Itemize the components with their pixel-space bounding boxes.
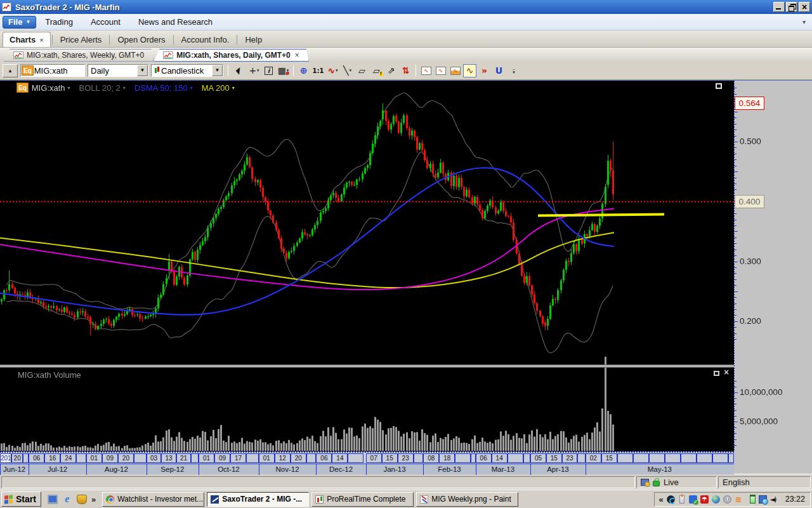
period-dropdown[interactable]: Daily ▼ xyxy=(88,64,148,77)
dropdown-arrow-icon[interactable]: ▼ xyxy=(137,65,148,76)
tab-help[interactable]: Help xyxy=(239,32,268,47)
collapse-toolbar-button[interactable]: ▲ xyxy=(3,64,18,77)
doc-tab-daily[interactable]: MIG:xath, Shares, Daily, GMT+0 × xyxy=(154,49,309,62)
minimize-button[interactable] xyxy=(773,2,785,12)
tray-expand-icon[interactable]: « xyxy=(658,495,663,504)
tab-separator xyxy=(109,35,110,44)
menu-collapse-icon[interactable]: ▾ xyxy=(802,18,809,25)
close-volume-panel-icon[interactable]: × xyxy=(724,367,729,377)
day-tick-cell: 20 xyxy=(118,453,134,463)
connection-panel: Live xyxy=(636,476,717,488)
chevron-down-icon[interactable]: ▾ xyxy=(123,85,126,91)
chevron-down-icon[interactable]: ▾ xyxy=(232,85,235,91)
taskbar-item-paint[interactable]: MIG Weekly.png - Paint xyxy=(416,492,518,507)
security-shield-icon[interactable] xyxy=(77,495,87,504)
indicator-panel-tool[interactable]: ∿ xyxy=(463,64,476,77)
speaker-icon[interactable]: ◄) xyxy=(770,495,781,504)
month-label: Jun-12 xyxy=(0,464,28,475)
start-button[interactable]: Start xyxy=(1,491,41,507)
month-label: Oct-12 xyxy=(199,464,258,475)
tab-open-orders[interactable]: Open Orders xyxy=(111,32,171,47)
chart-thumbnail-icon xyxy=(163,51,173,59)
restore-button[interactable] xyxy=(786,2,797,12)
legend-item-dsma[interactable]: DSMA 50; 150▾ xyxy=(134,83,193,93)
zoom-in-tool[interactable]: ⊕ xyxy=(297,64,310,77)
magnet-tool[interactable]: U xyxy=(492,64,506,77)
volume-panel-title: MIG:xath Volume xyxy=(18,370,81,380)
legend-item-symbol[interactable]: MIG:xath▾ xyxy=(32,83,70,93)
tab-price-alerts[interactable]: Price Alerts xyxy=(54,32,108,47)
dropdown-arrow-icon[interactable]: ▼ xyxy=(212,65,223,76)
crosshair-tool[interactable]: +▾ xyxy=(247,64,261,77)
taskbar: Start e » Watchlist - Investor met... Sa… xyxy=(0,490,812,508)
maximize-volume-panel-icon[interactable] xyxy=(714,371,719,376)
language-panel: English xyxy=(718,476,811,488)
menu-item-trading[interactable]: Trading xyxy=(36,17,82,27)
lamp-tray-icon[interactable] xyxy=(679,495,684,504)
legend-item-ma200[interactable]: MA 200▾ xyxy=(202,83,235,93)
tab-close-icon[interactable]: × xyxy=(39,36,43,44)
price-alerts-tool[interactable]: » xyxy=(478,64,491,77)
cursor-tool[interactable]: ◤ xyxy=(233,64,246,77)
battery-icon[interactable] xyxy=(750,495,756,504)
volume-axis-label: 10,000,000 xyxy=(740,387,783,397)
tab-account-info[interactable]: Account Info. xyxy=(175,32,236,47)
delete-drawings-tool[interactable]: ▱! xyxy=(370,64,383,77)
panel-divider[interactable] xyxy=(0,364,734,368)
power-tray-icon[interactable] xyxy=(723,495,731,504)
globe-tray-icon[interactable] xyxy=(712,495,720,504)
show-desktop-icon[interactable] xyxy=(48,495,58,504)
chevron-down-icon[interactable]: ▾ xyxy=(190,85,193,91)
file-menu-button[interactable]: File ▼ xyxy=(3,16,36,29)
taskbar-item-label: ProRealTime Complete xyxy=(327,495,405,504)
menu-item-account[interactable]: Account xyxy=(82,17,129,27)
paste-chart-window-tool[interactable]: ∿ xyxy=(434,64,447,77)
empty-tick-cell xyxy=(414,453,424,463)
maximize-panel-icon[interactable] xyxy=(716,83,722,89)
taskbar-item-watchlist[interactable]: Watchlist - Investor met... xyxy=(102,492,204,507)
comodo-tray-icon[interactable] xyxy=(667,495,675,504)
toolbar-overflow-button[interactable]: ‒▾ xyxy=(509,64,518,77)
chevron-down-icon[interactable]: ▾ xyxy=(68,85,70,91)
wireless-tray-icon[interactable]: ≋ xyxy=(735,495,743,504)
compare-tool[interactable]: ⇅ xyxy=(399,64,412,77)
empty-tick-cell xyxy=(617,453,633,463)
copy-chart-window-tool[interactable]: ∿ xyxy=(419,64,433,77)
doc-tab-close-icon[interactable]: × xyxy=(295,51,299,60)
avira-tray-icon[interactable]: ☂ xyxy=(700,495,709,504)
network-icon xyxy=(641,479,649,486)
symbol-input[interactable] xyxy=(34,66,79,76)
network-status-icon[interactable] xyxy=(759,495,767,504)
empty-tick-cell xyxy=(523,453,531,463)
close-button[interactable] xyxy=(799,2,810,12)
quick-launch-overflow-icon[interactable]: » xyxy=(91,495,96,504)
taskbar-item-prorealtime[interactable]: ProRealTime Complete xyxy=(311,492,414,507)
menu-item-news[interactable]: News and Research xyxy=(129,17,221,27)
dropbox-tray-icon[interactable] xyxy=(689,495,697,504)
month-label: Sep-12 xyxy=(147,464,198,475)
chart-window-tool[interactable]: ∿ xyxy=(449,64,462,77)
info-tool[interactable]: i xyxy=(262,64,275,77)
empty-tick-cell xyxy=(633,453,649,463)
internet-explorer-icon[interactable]: e xyxy=(62,495,72,504)
trendline-tool[interactable]: ╲▾ xyxy=(341,64,354,77)
chart-style-dropdown[interactable]: Candlestick ▼ xyxy=(151,64,223,77)
day-tick-cell: 07 xyxy=(366,453,382,463)
day-tick-cell: 14 xyxy=(332,453,348,463)
grid-tool[interactable]: ▦ø▾ xyxy=(277,64,290,77)
legend-item-bollinger[interactable]: BOLL 20; 2▾ xyxy=(79,83,126,93)
tab-charts[interactable]: Charts × xyxy=(3,32,51,47)
price-chart-canvas[interactable] xyxy=(0,81,812,451)
eraser-tool[interactable]: ▱ xyxy=(355,64,369,77)
resize-tool[interactable]: ⇗ xyxy=(384,64,398,77)
taskbar-item-saxotrader[interactable]: SaxoTrader 2 - MIG -... xyxy=(207,492,309,507)
doc-tab-weekly[interactable]: MIG:xath, Shares, Weekly, GMT+0 xyxy=(4,49,154,62)
day-tick-cell: 20 xyxy=(291,453,306,463)
month-label: Apr-13 xyxy=(530,464,585,475)
indicators-tool[interactable]: ∿▾ xyxy=(326,64,339,77)
volume-axis-label: 5,000,000 xyxy=(740,417,778,426)
date-axis-months-row: Jun-12Jul-12Aug-12Sep-12Oct-12Nov-12Dec-… xyxy=(0,464,734,474)
day-tick-cell: 01 xyxy=(86,453,102,463)
one-to-one-tool[interactable]: 1:1 xyxy=(311,64,325,77)
year-cell: 2012 xyxy=(0,453,11,463)
